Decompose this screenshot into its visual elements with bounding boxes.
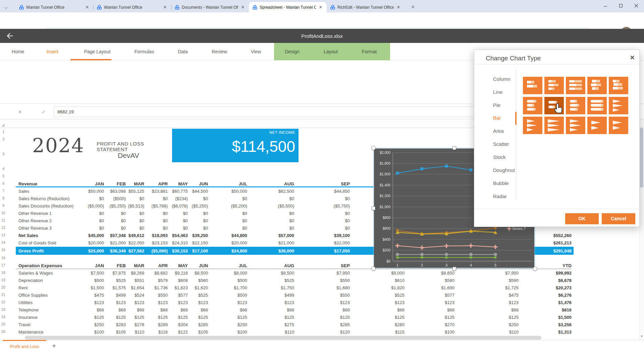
selection-handle-edge[interactable] [452, 267, 456, 271]
clustered-bar-3d-tile[interactable] [587, 77, 607, 94]
stacked-bar-tile[interactable] [544, 77, 564, 94]
ribbon-tab-review[interactable]: Review [201, 43, 238, 60]
cell: $500 [94, 278, 104, 283]
row-header-22[interactable]: 22 [0, 300, 7, 304]
row-header-25[interactable]: 25 [0, 322, 7, 326]
new-tab-button[interactable]: + [409, 3, 417, 11]
cancel-button[interactable]: Cancel [602, 213, 635, 224]
chart-type-doughnut[interactable]: Doughnut [493, 167, 515, 176]
row-header-21[interactable]: 21 [0, 293, 7, 297]
clustered-cylinder-bar-tile[interactable] [523, 97, 542, 114]
ytd-value: $552,260 [553, 233, 572, 238]
row-header-15[interactable]: 15 [0, 248, 7, 252]
ribbon-tab-view[interactable]: View [237, 43, 274, 60]
window-minimize-button[interactable] [598, 0, 613, 11]
browser-tab-2[interactable]: Wanlan Tunnel Office✕ [93, 2, 171, 12]
sheet-tab-profit-and-loss[interactable]: Profit and Loss [3, 341, 46, 352]
formula-confirm-icon[interactable]: ✓ [40, 108, 48, 116]
horizontal-scrollbar-thumb[interactable] [25, 336, 541, 340]
row-header-18[interactable]: 18 [0, 271, 7, 275]
row-header-2[interactable]: 2 [0, 137, 7, 141]
vertical-scrollbar-thumb[interactable] [640, 127, 643, 188]
window-maximize-button[interactable] [613, 0, 629, 11]
scroll-down-arrow-icon[interactable]: ▾ [639, 334, 644, 339]
close-icon [634, 4, 638, 8]
stacked-cone-bar-tile[interactable] [523, 117, 542, 134]
selected-type-indicator [515, 112, 517, 125]
cell: $68 [342, 307, 350, 312]
row-header-9[interactable]: 9 [0, 203, 7, 208]
cylinder-bar-full-tile[interactable] [587, 97, 607, 114]
row-header-7[interactable]: 7 [0, 189, 7, 193]
chart-type-bubble[interactable]: Bubble [493, 180, 515, 189]
row-header-19[interactable]: 19 [0, 278, 7, 282]
dialog-close-button[interactable]: ✕ [628, 53, 637, 62]
row-header-10[interactable]: 10 [0, 211, 7, 215]
row-header-12[interactable]: 12 [0, 226, 7, 230]
row-header-6[interactable]: 6 [0, 181, 7, 185]
ribbon-tab-insert[interactable]: Insert [34, 43, 71, 60]
window-close-button[interactable] [629, 0, 644, 11]
selection-handle-edge[interactable] [452, 146, 456, 150]
tab-close-icon[interactable]: ✕ [318, 5, 323, 10]
contextual-tab-format[interactable]: Format [351, 43, 388, 60]
row-header-13[interactable]: 13 [0, 233, 7, 237]
cell: ($5,200) [231, 203, 247, 209]
tab-close-icon[interactable]: ✕ [85, 5, 90, 10]
selection-handle-edge[interactable] [372, 207, 375, 210]
report-company: DevAV [97, 152, 160, 160]
100-stacked-pyramid-bar-tile[interactable] [609, 117, 628, 134]
selection-handle-corner[interactable] [371, 146, 376, 150]
stacked-pyramid-bar-tile[interactable] [587, 117, 607, 134]
row-header-20[interactable]: 20 [0, 285, 7, 289]
add-sheet-button[interactable]: + [50, 342, 58, 351]
clustered-bar-tile[interactable] [523, 77, 542, 94]
selection-handle-corner[interactable] [371, 267, 376, 271]
row-header-23[interactable]: 23 [0, 307, 7, 311]
selection-handle-corner[interactable] [533, 267, 537, 271]
stacked-bar-3d-tile[interactable] [609, 77, 628, 94]
cone-bar-100-tile[interactable] [544, 117, 564, 134]
chart-type-bar[interactable]: Bar [493, 115, 515, 124]
browser-tab-5[interactable]: RichEdit - Wanlan Tunnel Office✕ [327, 2, 405, 12]
contextual-tab-design[interactable]: Design [274, 43, 311, 60]
row-header-5[interactable]: 5 [0, 174, 7, 178]
select-all-corner[interactable] [1, 123, 5, 127]
ribbon-tab-formulas[interactable]: Formulas [126, 43, 163, 60]
row-header-24[interactable]: 24 [0, 315, 7, 319]
row-header-16[interactable]: 16 [0, 256, 7, 260]
tab-close-icon[interactable]: ✕ [162, 5, 168, 10]
row-header-11[interactable]: 11 [0, 218, 7, 222]
row-header-17[interactable]: 17 [0, 263, 7, 267]
chart-type-pie[interactable]: Pie [493, 102, 515, 111]
ok-button[interactable]: OK [565, 213, 599, 224]
chart-type-radar[interactable]: Radar [493, 193, 515, 202]
chart-type-line[interactable]: Line [493, 89, 515, 98]
clustered-pyramid-bar-tile[interactable] [566, 117, 585, 134]
chart-type-column[interactable]: Column [493, 76, 515, 85]
browser-tab-1[interactable]: Wanlan Tunnel Office✕ [15, 2, 93, 12]
ribbon-tab-home[interactable]: Home [0, 43, 37, 60]
tab-search-chevron-icon[interactable] [5, 6, 11, 12]
tab-close-icon[interactable]: ✕ [240, 5, 246, 10]
row-header-14[interactable]: 14 [0, 240, 7, 244]
contextual-tab-layout[interactable]: Layout [312, 43, 349, 60]
clustered-cone-bar-tile[interactable] [609, 97, 628, 114]
row-header-4[interactable]: 4 [0, 167, 7, 171]
row-header-1[interactable]: 1 [0, 130, 7, 134]
browser-tab-4[interactable]: Spreadsheet - Wanlan Tunnel Office✕ [249, 2, 327, 12]
100-stacked-cylinder-bar-tile[interactable] [566, 97, 585, 114]
ribbon-tab-page-layout[interactable]: Page Layout [79, 43, 116, 60]
browser-tab-3[interactable]: Documents - Wanlan Tunnel Office✕ [171, 2, 249, 12]
chart-type-scatter[interactable]: Scatter [493, 141, 515, 150]
row-header-26[interactable]: 26 [0, 330, 7, 334]
row-header-3[interactable]: 3 [0, 152, 7, 156]
chart-type-area[interactable]: Area [493, 128, 515, 137]
app-back-button[interactable] [0, 29, 19, 43]
tab-close-icon[interactable]: ✕ [396, 5, 401, 10]
100-stacked-bar-tile[interactable] [566, 77, 585, 94]
row-header-8[interactable]: 8 [0, 196, 7, 200]
chart-type-stock[interactable]: Stock [493, 154, 515, 163]
ribbon-tab-data[interactable]: Data [164, 43, 201, 60]
formula-cancel-icon[interactable]: ✕ [16, 108, 24, 116]
